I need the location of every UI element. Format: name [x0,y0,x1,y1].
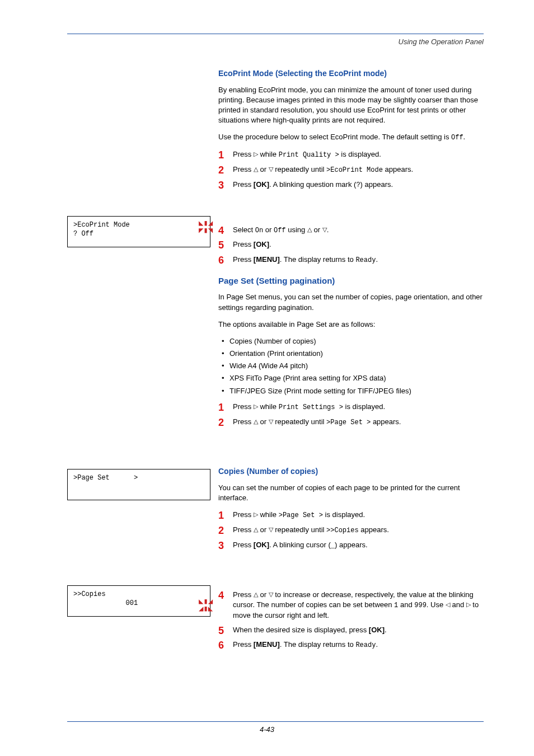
text: Press [233,165,254,173]
code: Print Settings > [279,403,343,411]
text: or [258,525,269,534]
step: 3 Press [OK]. A blinking cursor (_) appe… [218,540,484,551]
text: or [258,165,269,173]
text: . The display returns to [280,255,356,264]
step: 5 Press [OK]. [218,240,484,250]
code: Ready [355,641,376,649]
text: or [258,417,269,426]
text: repeatedly until [273,417,326,426]
step-number: 1 [218,148,224,162]
heading-copies: Copies (Number of copies) [218,466,484,477]
text: Press [233,590,254,599]
text: . [376,255,378,264]
nav-arrow-icon: ◣▮◢◤▮◥ [199,220,209,234]
text: . The display returns to [280,640,356,649]
text: . Use [427,600,446,609]
code: On [255,227,263,234]
step-number: 6 [218,638,224,652]
text: or [258,590,269,599]
step-number: 4 [218,224,224,238]
paragraph: The options available in Page Set are as… [218,320,484,330]
text: . [463,133,466,141]
code: >EcoPrint Mode [326,166,383,174]
down-triangle-icon: ▽ [269,166,273,172]
list-item: Orientation (Print orientation) [219,349,484,359]
header-rule [67,34,484,34]
text: is displayed. [323,510,365,519]
step: 1 Press ▷ while >Page Set > is displayed… [218,510,484,520]
step-number: 3 [218,179,224,192]
bullet-list: Copies (Number of copies) Orientation (P… [218,336,484,396]
text: Press [233,402,254,411]
steps-list: 1 Press ▷ while Print Quality > is displ… [218,149,484,265]
text: and [398,600,414,609]
text: . [385,626,387,634]
text: is displayed. [343,402,385,411]
text: ) appears. [335,541,368,549]
step-number: 2 [218,163,224,177]
text: or [263,226,274,234]
lcd-line: >EcoPrint Mode [73,221,204,230]
lcd-line: ? Off [73,230,204,239]
text: Press [233,150,254,158]
text: . [327,226,329,234]
text: while [258,150,279,158]
code: 999 [414,602,427,609]
text: or [312,226,322,234]
up-triangle-icon: △ [254,418,258,425]
text: Press [233,240,254,248]
step-number: 4 [218,589,224,603]
step: 2 Press △ or ▽ repeatedly until >>Copies… [218,525,484,536]
code: Off [274,227,286,234]
page: Using the Operation Panel >EcoPrint Mode… [0,0,534,756]
list-item: XPS FitTo Page (Print area setting for X… [219,373,484,383]
step: 2 Press △ or ▽ repeatedly until >Page Se… [218,417,484,428]
text: repeatedly until [273,525,326,534]
down-triangle-icon: ▽ [322,226,327,233]
text: ) appears. [360,180,394,189]
text: while [258,402,279,411]
text: Press [233,525,254,534]
button-ref: [OK] [254,541,269,549]
content-column: EcoPrint Mode (Selecting the EcoPrint mo… [218,68,484,650]
down-triangle-icon: ▽ [269,591,273,598]
right-triangle-icon: ▷ [254,403,258,410]
button-ref: [OK] [254,240,269,248]
lcd-line: 001 [73,599,204,608]
nav-arrow-icon: ◣▮◢◢▮◣ [199,598,209,612]
up-triangle-icon: △ [254,526,258,533]
right-triangle-icon: ▷ [254,151,258,157]
list-item: Wide A4 (Wide A4 pitch) [219,361,484,371]
footer-rule [67,721,484,722]
step-number: 2 [218,416,224,430]
up-triangle-icon: △ [254,591,258,598]
text: When the desired size is displayed, pres… [233,626,369,634]
step: 6 Press [MENU]. The display returns to R… [218,640,484,650]
lcd-box-ecoprint: >EcoPrint Mode ? Off ◣▮◢◤▮◥ [67,216,210,247]
step-number: 2 [218,524,224,538]
text: Use the procedure below to select EcoPri… [218,133,451,141]
paragraph: In Page Set menus, you can set the numbe… [218,292,484,312]
step: 1 Press ▷ while Print Settings > is disp… [218,402,484,412]
button-ref: [MENU] [254,640,280,649]
step-number: 5 [218,624,224,638]
step: 4 Select On or Off using △ or ▽. [218,225,484,236]
text: and [450,600,466,609]
code: Ready [355,256,376,264]
text: Press [233,417,254,426]
text: Select [233,226,255,234]
code: Print Quality > [279,151,339,159]
step: 2 Press △ or ▽ repeatedly until >EcoPrin… [218,165,484,175]
code: _ [331,542,335,550]
steps-list: 1 Press ▷ while >Page Set > is displayed… [218,510,484,650]
step: 1 Press ▷ while Print Quality > is displ… [218,149,484,160]
right-triangle-icon: ▷ [466,601,471,608]
text: while [258,510,279,519]
code: ? [356,181,360,189]
up-triangle-icon: △ [254,166,258,172]
lcd-box-pageset: >Page Set > [67,469,210,500]
footer: 4-43 [0,721,534,734]
lcd-box-copies: >>Copies 001 ◣▮◢◢▮◣ [67,585,210,617]
code: >Page Set > [326,419,371,426]
step-number: 5 [218,238,224,252]
